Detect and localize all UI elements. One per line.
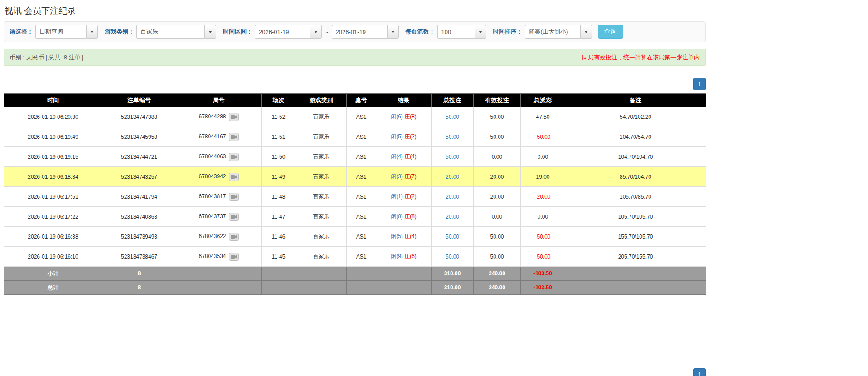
video-replay-icon[interactable] bbox=[229, 153, 239, 161]
page-title: 视讯 会员下注纪录 bbox=[4, 0, 706, 21]
total-payout: -103.50 bbox=[521, 281, 565, 295]
cell-session: 11-52 bbox=[262, 107, 296, 127]
cell-note: 105.70/105.70 bbox=[565, 207, 706, 227]
cell-table-number: AS1 bbox=[347, 127, 376, 147]
cell-bet-id: 523134740863 bbox=[102, 207, 176, 227]
cell-round: 678043942 bbox=[176, 167, 262, 187]
cell-session: 11-45 bbox=[262, 247, 296, 267]
cell-payout: -50.00 bbox=[521, 227, 565, 247]
query-type-dropdown-button[interactable] bbox=[86, 25, 98, 39]
cell-game-type: 百家乐 bbox=[296, 167, 347, 187]
cell-result: 闲(6) 庄(8) bbox=[376, 107, 432, 127]
result-banker: 庄(8) bbox=[404, 113, 417, 120]
round-number: 678044167 bbox=[199, 133, 226, 140]
result-player: 闲(6) bbox=[391, 113, 403, 120]
result-player: 闲(5) bbox=[391, 233, 403, 239]
video-replay-icon[interactable] bbox=[229, 173, 239, 181]
cell-total-bet[interactable]: 20.00 bbox=[432, 167, 474, 187]
video-replay-icon[interactable] bbox=[229, 193, 239, 201]
query-type-input[interactable] bbox=[35, 25, 86, 39]
caret-down-icon bbox=[584, 31, 588, 33]
sort-order-dropdown-button[interactable] bbox=[580, 25, 592, 39]
table-row: 2026-01-19 06:16:38 523134739493 6780436… bbox=[4, 227, 706, 247]
table-row: 2026-01-19 06:16:10 523134738467 6780435… bbox=[4, 247, 706, 267]
round-number: 678043942 bbox=[199, 173, 226, 180]
betting-records-table: 时间注单编号局号场次游戏类别桌号结果总投注有效投注总派彩备注 2026-01-1… bbox=[4, 93, 706, 295]
result-player: 闲(5) bbox=[391, 133, 403, 140]
cell-total-bet[interactable]: 50.00 bbox=[432, 127, 474, 147]
cell-game-type: 百家乐 bbox=[296, 247, 347, 267]
pagination-bottom: 1 bbox=[693, 368, 706, 376]
result-player: 闲(9) bbox=[391, 253, 403, 259]
game-type-dropdown-button[interactable] bbox=[204, 25, 216, 39]
sort-order-input[interactable] bbox=[525, 25, 580, 39]
cell-note: 155.70/105.70 bbox=[565, 227, 706, 247]
cell-note: 54.70/102.20 bbox=[565, 107, 706, 127]
video-replay-icon[interactable] bbox=[229, 113, 239, 121]
date-to-dropdown-button[interactable] bbox=[387, 25, 399, 39]
page-size-label: 每页笔数： bbox=[406, 28, 435, 36]
subtotal-valid-bet: 240.00 bbox=[474, 267, 521, 281]
caret-down-icon bbox=[209, 31, 212, 33]
cell-result: 闲(5) 庄(2) bbox=[376, 127, 432, 147]
cell-table-number: AS1 bbox=[347, 207, 376, 227]
cell-payout: 0.00 bbox=[521, 207, 565, 227]
round-number: 678043737 bbox=[199, 213, 226, 220]
total-total-bet: 310.00 bbox=[432, 281, 474, 295]
cell-total-bet[interactable]: 20.00 bbox=[432, 207, 474, 227]
cell-result: 闲(4) 庄(4) bbox=[376, 147, 432, 167]
cell-session: 11-46 bbox=[262, 227, 296, 247]
cell-total-bet[interactable]: 20.00 bbox=[432, 187, 474, 207]
game-type-input[interactable] bbox=[136, 25, 204, 39]
video-replay-icon[interactable] bbox=[229, 213, 239, 221]
cell-table-number: AS1 bbox=[347, 167, 376, 187]
cell-round: 678044288 bbox=[176, 107, 262, 127]
result-player: 闲(3) bbox=[391, 173, 403, 180]
table-row: 2026-01-19 06:17:51 523134741794 6780438… bbox=[4, 187, 706, 207]
total-valid-bet: 240.00 bbox=[474, 281, 521, 295]
cell-result: 闲(9) 庄(6) bbox=[376, 247, 432, 267]
column-header: 有效投注 bbox=[474, 94, 521, 107]
video-replay-icon[interactable] bbox=[229, 133, 239, 141]
cell-valid-bet: 50.00 bbox=[474, 107, 521, 127]
result-banker: 庄(8) bbox=[404, 213, 417, 220]
cell-round: 678043622 bbox=[176, 227, 262, 247]
cell-total-bet[interactable]: 50.00 bbox=[432, 227, 474, 247]
cell-time: 2026-01-19 06:20:30 bbox=[4, 107, 102, 127]
page-size-input[interactable] bbox=[437, 25, 475, 39]
cell-time: 2026-01-19 06:19:15 bbox=[4, 147, 102, 167]
page-button-1[interactable]: 1 bbox=[693, 78, 706, 90]
page-size-dropdown-button[interactable] bbox=[475, 25, 486, 39]
result-banker: 庄(2) bbox=[404, 193, 417, 200]
date-from-input[interactable] bbox=[255, 25, 310, 39]
cell-total-bet[interactable]: 50.00 bbox=[432, 107, 474, 127]
video-replay-icon[interactable] bbox=[229, 233, 239, 241]
summary-bar: 币别 : 人民币 | 总共 :8 注单 | 同局有效投注，统一计算在该局第一张注… bbox=[4, 49, 706, 66]
caret-down-icon bbox=[479, 31, 482, 33]
cell-total-bet[interactable]: 50.00 bbox=[432, 247, 474, 267]
cell-table-number: AS1 bbox=[347, 227, 376, 247]
cell-game-type: 百家乐 bbox=[296, 187, 347, 207]
search-button[interactable]: 查询 bbox=[598, 25, 623, 39]
cell-valid-bet: 0.00 bbox=[474, 207, 521, 227]
page-size-combo bbox=[437, 25, 486, 39]
cell-session: 11-51 bbox=[262, 127, 296, 147]
cell-total-bet[interactable]: 50.00 bbox=[432, 147, 474, 167]
cell-payout: 0.00 bbox=[521, 147, 565, 167]
cell-result: 闲(5) 庄(4) bbox=[376, 227, 432, 247]
cell-valid-bet: 50.00 bbox=[474, 247, 521, 267]
cell-result: 闲(8) 庄(8) bbox=[376, 207, 432, 227]
page-button-1-bottom[interactable]: 1 bbox=[693, 368, 706, 376]
video-replay-icon[interactable] bbox=[229, 253, 239, 261]
select-type-label: 请选择： bbox=[10, 28, 33, 36]
date-to-input[interactable] bbox=[332, 25, 387, 39]
result-player: 闲(8) bbox=[391, 213, 403, 220]
cell-game-type: 百家乐 bbox=[296, 207, 347, 227]
total-row: 总计 8 310.00 240.00 -103.50 bbox=[4, 281, 706, 295]
column-header: 场次 bbox=[262, 94, 296, 107]
date-from-dropdown-button[interactable] bbox=[310, 25, 322, 39]
cell-bet-id: 523134743257 bbox=[102, 167, 176, 187]
table-row: 2026-01-19 06:18:34 523134743257 6780439… bbox=[4, 167, 706, 187]
cell-round: 678043817 bbox=[176, 187, 262, 207]
table-row: 2026-01-19 06:19:15 523134744721 6780440… bbox=[4, 147, 706, 167]
